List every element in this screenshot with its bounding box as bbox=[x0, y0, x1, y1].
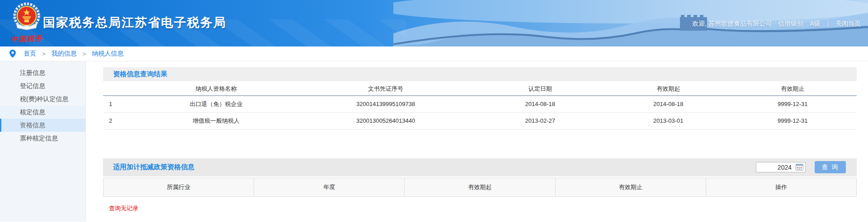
breadcrumb-home[interactable]: 首页 bbox=[24, 50, 36, 58]
breadcrumb: 首页 > 我的信息 > 纳税人信息 bbox=[0, 46, 868, 61]
cell-valid-to: 9999-12-31 bbox=[729, 112, 857, 129]
cell-seq: 2 bbox=[103, 112, 133, 129]
breadcrumb-separator: > bbox=[83, 51, 86, 57]
sidebar-item-invoice-type-info[interactable]: 票种核定信息 bbox=[0, 132, 85, 145]
column-actions: 操作 bbox=[706, 178, 856, 196]
cell-seq: 1 bbox=[103, 96, 133, 112]
sidebar: 注册信息 登记信息 税(费)种认定信息 核定信息 资格信息 票种核定信息 bbox=[0, 61, 86, 222]
year-picker bbox=[756, 162, 806, 172]
column-valid-to: 有效期止 bbox=[555, 178, 706, 196]
table-header-row: 所属行业 年度 有效期起 有效期止 操作 bbox=[104, 178, 857, 196]
cell-qualification-name: 增值税一般纳税人 bbox=[133, 112, 299, 129]
column-valid-from: 有效期起 bbox=[608, 82, 729, 96]
top-banner: 中国税务 国家税务总局江苏省电子税务局 欢迎, 苏州歌德食品有限公司 信用级别：… bbox=[0, 0, 868, 46]
etax-page: 中国税务 国家税务总局江苏省电子税务局 欢迎, 苏州歌德食品有限公司 信用级别：… bbox=[0, 0, 868, 222]
column-seq bbox=[103, 82, 133, 96]
column-industry: 所属行业 bbox=[104, 178, 254, 196]
search-button[interactable]: 查 询 bbox=[815, 161, 846, 173]
policy-section-title: 适用加计抵减政策资格信息 bbox=[103, 163, 194, 171]
credit-rating: 信用级别：A级 bbox=[778, 20, 820, 28]
sidebar-item-qualification-info[interactable]: 资格信息 bbox=[0, 119, 85, 132]
column-doc-serial: 文书凭证序号 bbox=[299, 82, 472, 96]
no-records-message: 查询无记录 bbox=[109, 204, 868, 213]
cell-valid-to: 9999-12-31 bbox=[729, 96, 857, 112]
column-year: 年度 bbox=[254, 178, 405, 196]
table-row: 1 出口退（免）税企业 320014139995109738 2014-08-1… bbox=[103, 96, 857, 112]
column-valid-to: 有效期止 bbox=[729, 82, 857, 96]
location-pin-icon bbox=[9, 50, 16, 58]
cell-valid-from: 2013-03-01 bbox=[608, 112, 729, 129]
cell-doc-serial: 320014139995109738 bbox=[299, 96, 472, 112]
main-content: 资格信息查询结果 纳税人资格名称 文书凭证序号 认定日期 有效期起 有效期止 bbox=[86, 61, 868, 222]
breadcrumb-taxpayer-info[interactable]: 纳税人信息 bbox=[92, 50, 123, 58]
sidebar-item-tax-type-info[interactable]: 税(费)种认定信息 bbox=[0, 92, 85, 106]
breadcrumb-my-info[interactable]: 我的信息 bbox=[52, 50, 77, 58]
welcome-area: 欢迎, 苏州歌德食品有限公司 信用级别：A级 ｜ 关闭当页 bbox=[692, 20, 861, 28]
breadcrumb-separator: > bbox=[42, 51, 46, 57]
cell-confirm-date: 2014-08-18 bbox=[472, 96, 608, 112]
policy-table: 所属行业 年度 有效期起 有效期止 操作 bbox=[103, 178, 857, 197]
qualification-section-title: 资格信息查询结果 bbox=[103, 70, 167, 79]
table-header-row: 纳税人资格名称 文书凭证序号 认定日期 有效期起 有效期止 bbox=[103, 82, 857, 96]
sidebar-item-assessment-info[interactable]: 核定信息 bbox=[0, 106, 85, 119]
column-qualification-name: 纳税人资格名称 bbox=[133, 82, 299, 96]
sidebar-item-registration-info[interactable]: 登记信息 bbox=[0, 79, 85, 92]
calendar-icon[interactable] bbox=[796, 164, 803, 171]
cell-confirm-date: 2013-02-27 bbox=[472, 112, 608, 129]
policy-section-bar: 适用加计抵减政策资格信息 查 询 bbox=[103, 158, 857, 176]
body-row: 注册信息 登记信息 税(费)种认定信息 核定信息 资格信息 票种核定信息 资格信… bbox=[0, 61, 868, 222]
close-page-link[interactable]: 关闭当页 bbox=[835, 20, 861, 28]
sidebar-item-register-info[interactable]: 注册信息 bbox=[0, 66, 85, 79]
cell-valid-from: 2014-08-18 bbox=[608, 96, 729, 112]
site-title: 国家税务总局江苏省电子税务局 bbox=[43, 14, 226, 31]
table-row: 2 增值税一般纳税人 320013005264013440 2013-02-27… bbox=[103, 112, 857, 129]
cell-qualification-name: 出口退（免）税企业 bbox=[133, 96, 299, 112]
tax-emblem-icon bbox=[12, 2, 41, 33]
qualification-section-bar: 资格信息查询结果 bbox=[103, 67, 857, 81]
column-confirm-date: 认定日期 bbox=[472, 82, 608, 96]
column-valid-from: 有效期起 bbox=[405, 178, 555, 196]
welcome-text: 欢迎, 苏州歌德食品有限公司 bbox=[692, 20, 772, 28]
cell-doc-serial: 320013005264013440 bbox=[299, 112, 472, 129]
qualification-results-table: 纳税人资格名称 文书凭证序号 认定日期 有效期起 有效期止 1 出口退（免）税企… bbox=[103, 82, 857, 130]
welcome-separator: ｜ bbox=[825, 20, 831, 28]
